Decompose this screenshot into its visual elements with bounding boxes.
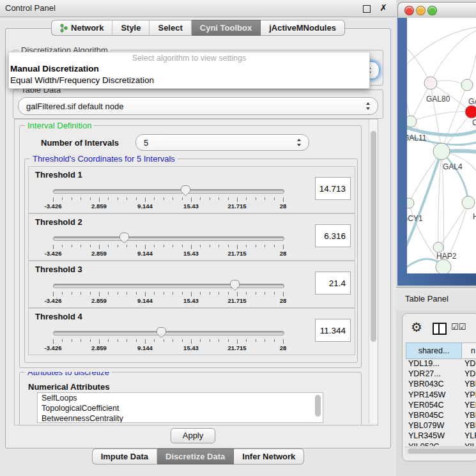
- threshold-value-field[interactable]: 21.4: [315, 272, 351, 295]
- table-horizontal-scrollbar[interactable]: [405, 447, 476, 455]
- table-hscrollbar-thumb[interactable]: [408, 449, 476, 454]
- slider-thumb[interactable]: [119, 232, 130, 244]
- network-view-canvas[interactable]: GAL80GACGAL11GAL4GCY1HHAP2: [407, 18, 476, 273]
- threshold-slider[interactable]: -3.4262.8599.14415.4321.71528: [53, 186, 286, 211]
- network-edge-highlighted[interactable]: [441, 151, 468, 203]
- slider-tick: [173, 339, 173, 342]
- network-node[interactable]: [407, 198, 414, 208]
- cell-name[interactable]: YIL0: [464, 442, 476, 447]
- network-edge[interactable]: [438, 203, 468, 247]
- float-window-icon[interactable]: [363, 5, 371, 13]
- slider-tick: [108, 245, 109, 247]
- network-edge[interactable]: [438, 151, 441, 247]
- attributes-list-scrollbar[interactable]: [315, 395, 321, 417]
- tab-cyni-toolbox[interactable]: Cyni Toolbox: [192, 20, 261, 36]
- column-header-shared-name[interactable]: shared...: [406, 342, 462, 359]
- threshold-value-field[interactable]: 14.713: [315, 177, 351, 200]
- slider-track[interactable]: [53, 189, 284, 194]
- attribute-item-selfloops[interactable]: SelfLoops: [38, 393, 323, 403]
- network-edge[interactable]: [411, 112, 472, 121]
- network-node[interactable]: [465, 105, 476, 118]
- apply-button[interactable]: Apply: [171, 428, 215, 443]
- cell-name[interactable]: YBL0: [464, 421, 476, 430]
- select-columns-checkbox-icons[interactable]: ☑☑: [451, 322, 466, 332]
- network-node[interactable]: [407, 116, 417, 127]
- tab-style[interactable]: Style: [112, 20, 150, 36]
- network-edge[interactable]: [407, 45, 431, 83]
- table-row[interactable]: YER054C YER0: [406, 401, 476, 411]
- dropdown-item-manual-discretization[interactable]: Manual Discretization: [9, 63, 369, 75]
- gear-icon[interactable]: ⚙: [411, 319, 422, 335]
- tab-label: jActiveMNodules: [269, 20, 336, 35]
- table-row[interactable]: YLR345W YLR3: [406, 431, 476, 441]
- slider-thumb[interactable]: [156, 326, 167, 339]
- table-row[interactable]: YBR043C YBR0: [406, 380, 476, 390]
- cell-name[interactable]: YBR0: [464, 411, 476, 420]
- attribute-item-topologicalcoefficient[interactable]: TopologicalCoefficient: [38, 403, 323, 413]
- table-data-value: galFiltered.sif default node: [26, 102, 123, 111]
- slider-track[interactable]: [53, 331, 284, 335]
- dropdown-item-equal-width-frequency-discretization[interactable]: Equal Width/Frequency Discretization: [9, 75, 369, 86]
- network-node[interactable]: [462, 196, 475, 209]
- table-row[interactable]: YPR145W YPR1: [406, 390, 476, 401]
- cell-name[interactable]: YLR3: [464, 431, 476, 440]
- cell-shared-name[interactable]: YDL19...: [408, 359, 440, 368]
- cell-shared-name[interactable]: YIL052C: [408, 442, 440, 447]
- network-node[interactable]: [433, 143, 450, 160]
- slider-track[interactable]: [53, 284, 284, 288]
- zoom-traffic-light-icon[interactable]: [427, 6, 437, 15]
- cell-name[interactable]: YER0: [464, 401, 476, 410]
- network-edge[interactable]: [441, 151, 468, 203]
- slider-thumb[interactable]: [229, 279, 240, 291]
- settings-vertical-scrollbar[interactable]: [369, 119, 378, 424]
- attribute-item-betweennesscentrality[interactable]: BetweennessCentrality: [38, 413, 323, 423]
- minimize-traffic-light-icon[interactable]: [416, 6, 426, 15]
- tab-jactivemnodules[interactable]: jActiveMNodules: [261, 20, 345, 36]
- table-row[interactable]: YDL19... YDL1: [406, 359, 476, 369]
- threshold-slider[interactable]: -3.4262.8599.14415.4321.71528: [53, 280, 286, 306]
- numerical-attributes-list[interactable]: SelfLoopsTopologicalCoefficientBetweenne…: [37, 392, 323, 423]
- tab-impute-data[interactable]: Impute Data: [92, 449, 157, 464]
- cell-name[interactable]: YDR2: [464, 369, 476, 378]
- threshold-slider[interactable]: -3.4262.8599.14415.4321.71528: [53, 233, 286, 259]
- table-row[interactable]: YBR045C YBR0: [406, 411, 476, 421]
- threshold-value-field[interactable]: 11.344: [315, 319, 351, 342]
- network-node[interactable]: [436, 259, 451, 273]
- tab-network[interactable]: Network: [51, 20, 112, 36]
- column-browser-icon[interactable]: [433, 323, 447, 335]
- table-row[interactable]: YDR27... YDR2: [406, 369, 476, 380]
- cell-shared-name[interactable]: YBL079W: [408, 421, 444, 430]
- network-edge[interactable]: [467, 37, 476, 85]
- network-edge[interactable]: [431, 83, 441, 151]
- slider-track[interactable]: [53, 236, 284, 241]
- network-node[interactable]: [461, 79, 473, 91]
- tab-discretize-data[interactable]: Discretize Data: [157, 449, 234, 464]
- cell-name[interactable]: YBR0: [464, 380, 476, 388]
- number-of-intervals-combobox[interactable]: 5: [135, 134, 309, 151]
- threshold-slider[interactable]: -3.4262.8599.14415.4321.71528: [53, 328, 286, 353]
- close-icon[interactable]: ✗: [380, 3, 387, 13]
- table-row[interactable]: YIL052C YIL0: [406, 442, 476, 447]
- tab-infer-network[interactable]: Infer Network: [234, 449, 304, 464]
- network-edge[interactable]: [431, 29, 476, 83]
- close-traffic-light-icon[interactable]: [404, 6, 414, 15]
- tab-select[interactable]: Select: [150, 20, 191, 36]
- cell-name[interactable]: YDL1: [464, 359, 476, 368]
- cell-shared-name[interactable]: YLR345W: [408, 431, 445, 440]
- threshold-value-field[interactable]: 6.316: [315, 224, 351, 247]
- cell-shared-name[interactable]: YER054C: [408, 401, 444, 410]
- cell-name[interactable]: YPR1: [464, 390, 476, 399]
- settings-scrollbar-thumb[interactable]: [371, 131, 376, 342]
- table-data-combobox[interactable]: galFiltered.sif default node: [18, 97, 378, 115]
- slider-tick: [72, 292, 72, 295]
- network-node[interactable]: [433, 242, 443, 252]
- network-node[interactable]: [424, 77, 437, 89]
- slider-thumb[interactable]: [180, 185, 191, 197]
- cell-shared-name[interactable]: YPR145W: [408, 390, 445, 399]
- table-row[interactable]: YBL079W YBL0: [406, 421, 476, 431]
- column-header-name[interactable]: n: [462, 342, 476, 359]
- network-edge[interactable]: [407, 63, 411, 121]
- cell-shared-name[interactable]: YDR27...: [408, 369, 441, 378]
- cell-shared-name[interactable]: YBR043C: [408, 380, 444, 388]
- cell-shared-name[interactable]: YBR045C: [408, 411, 444, 420]
